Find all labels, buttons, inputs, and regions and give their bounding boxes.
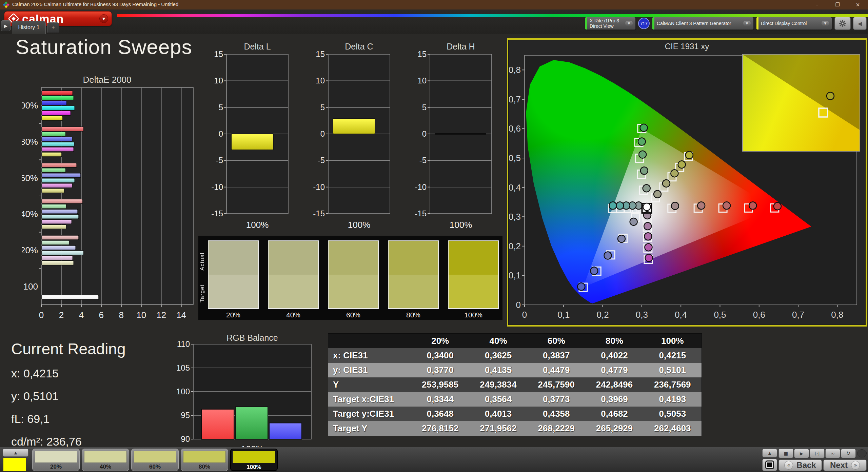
minimize-button[interactable]: –: [807, 0, 827, 9]
svg-text:0,1: 0,1: [557, 310, 570, 320]
svg-text:15: 15: [214, 50, 223, 59]
svg-text:2: 2: [59, 310, 64, 320]
pattern-swatch: [134, 451, 176, 463]
table-cell: 0,3344: [411, 392, 469, 407]
tab-history-1[interactable]: History 1: [12, 21, 46, 34]
disabled-indicator: [857, 449, 867, 457]
pattern-label: 100%: [231, 464, 277, 471]
table-cell: 0,3969: [585, 392, 643, 407]
svg-text:40%: 40%: [22, 209, 38, 219]
svg-text:0,7: 0,7: [792, 310, 804, 320]
settings-button[interactable]: [834, 17, 851, 30]
table-cell: 0,4022: [585, 348, 643, 363]
transport-options-button[interactable]: ▲: [762, 449, 777, 457]
svg-text:-15: -15: [415, 209, 427, 218]
svg-text:15: 15: [316, 50, 325, 59]
meter-badge: 717: [638, 18, 650, 29]
cie-1931-panel: CIE 1931 xy 00,10,20,30,40,50,60,70,800,…: [507, 38, 867, 327]
deltae-2000-chart: DeltaE 200002468101214100%80%60%40%20%10…: [22, 75, 198, 330]
single-measure-button[interactable]: [·]: [810, 449, 825, 458]
meter-mode: Direct View: [590, 23, 619, 29]
pattern-button-60%[interactable]: 60%: [131, 449, 179, 471]
table-row-label: x: CIE31: [328, 348, 411, 363]
svg-text:-15: -15: [211, 209, 223, 218]
close-button[interactable]: ×: [848, 0, 868, 9]
table-corner: [328, 334, 411, 348]
svg-text:-10: -10: [415, 182, 427, 192]
reading-x: x: 0,4215: [11, 367, 126, 380]
measurement-table: 20%40%60%80%100%x: CIE310,34000,36250,38…: [328, 333, 702, 436]
svg-text:12: 12: [156, 310, 166, 320]
svg-text:15: 15: [417, 50, 427, 59]
back-button[interactable]: « Back: [778, 459, 822, 471]
svg-text:Delta H: Delta H: [447, 43, 475, 51]
svg-text:4: 4: [79, 310, 84, 320]
swatch-label: 40%: [268, 311, 319, 319]
svg-text:0,4: 0,4: [509, 182, 521, 193]
refresh-icon: ↻: [846, 450, 851, 456]
table-cell: 0,3400: [411, 348, 469, 363]
pattern-button-80%[interactable]: 80%: [181, 449, 228, 471]
pattern-button-40%[interactable]: 40%: [82, 449, 129, 471]
title-bar: Calman 2025 Calman Ultimate for Business…: [0, 0, 868, 9]
table-cell: 242,8496: [585, 377, 643, 392]
pattern-button-100%[interactable]: 100%: [230, 449, 278, 471]
table-cell: 253,9585: [411, 377, 469, 392]
collapse-panel-button[interactable]: ◀: [853, 17, 867, 30]
restore-button[interactable]: ❐: [827, 0, 848, 9]
table-cell: 268,2229: [527, 421, 585, 436]
table-row: Target x:CIE310,33440,35640,37730,39690,…: [328, 392, 702, 407]
table-cell: 0,4358: [527, 407, 585, 421]
table-row: x: CIE310,34000,36250,38370,40220,4215: [328, 348, 702, 363]
swatch-actual: [329, 241, 378, 275]
refresh-measure-button[interactable]: ↻: [841, 449, 856, 458]
swatch-actual: [209, 241, 258, 275]
blackout-pattern-button[interactable]: [762, 459, 777, 471]
color-compare-panel: Actual Target 20%40%60%80%100%: [198, 236, 502, 320]
play-measure-button[interactable]: ▶: [794, 449, 809, 458]
header-bar: calman ▼ ▶ History 1 + X-Rite i1Pro 3 Di…: [0, 9, 868, 34]
display-control-dropdown[interactable]: Direct Display Control ▼: [756, 17, 832, 30]
pattern-options-button[interactable]: ▲: [3, 449, 28, 457]
workflow-menu-button[interactable]: ▶: [1, 20, 11, 31]
table-cell: 0,5053: [644, 407, 702, 421]
table-header-row: 20%40%60%80%100%: [328, 334, 702, 348]
pattern-generator-dropdown[interactable]: CalMAN Client 3 Pattern Generator ▼: [652, 17, 754, 30]
continuous-measure-button[interactable]: ∞: [825, 449, 840, 458]
svg-text:0,3: 0,3: [509, 212, 521, 222]
pattern-window-icon: [765, 460, 774, 469]
swatch-actual: [449, 241, 498, 275]
reading-y: y: 0,5101: [11, 390, 126, 403]
add-tab-button[interactable]: +: [47, 22, 59, 33]
svg-text:100: 100: [23, 281, 38, 292]
table-column-header: 80%: [585, 334, 643, 348]
stop-measure-button[interactable]: ■: [778, 449, 793, 458]
pattern-swatch: [183, 451, 226, 463]
table-cell: 0,4682: [585, 407, 643, 421]
display-name: Direct Display Control: [761, 21, 807, 26]
pattern-bar: ▲ 20%40%60%80%100% ▲ ■ ▶ [·] ∞ ↻ « Back …: [0, 447, 868, 472]
svg-text:-10: -10: [211, 182, 223, 192]
table-column-header: 20%: [411, 334, 469, 348]
svg-text:90: 90: [181, 434, 190, 444]
svg-text:0,5: 0,5: [714, 310, 726, 320]
svg-text:-15: -15: [313, 209, 325, 218]
next-label: Next: [830, 460, 848, 470]
back-label: Back: [796, 460, 816, 470]
table-cell: 0,3770: [411, 363, 469, 377]
pattern-label: 80%: [181, 464, 228, 470]
table-cell: 245,7590: [527, 377, 585, 392]
calman-caret-icon[interactable]: ▼: [99, 14, 108, 23]
infinity-icon: ∞: [831, 450, 835, 456]
table-row: Target Y276,8152271,9562268,2229265,2929…: [328, 421, 702, 436]
chevron-double-right-icon: »: [851, 461, 860, 470]
table-cell: 271,9562: [469, 421, 527, 436]
play-icon: ▶: [800, 451, 803, 456]
gear-icon: [839, 19, 847, 27]
svg-text:100: 100: [176, 387, 190, 396]
pattern-button-20%[interactable]: 20%: [32, 449, 80, 471]
meter-dropdown[interactable]: X-Rite i1Pro 3 Direct View ▼: [585, 17, 636, 30]
table-cell: 0,3648: [411, 407, 469, 421]
swatch-label: 60%: [328, 311, 379, 319]
next-button[interactable]: Next »: [823, 459, 867, 471]
